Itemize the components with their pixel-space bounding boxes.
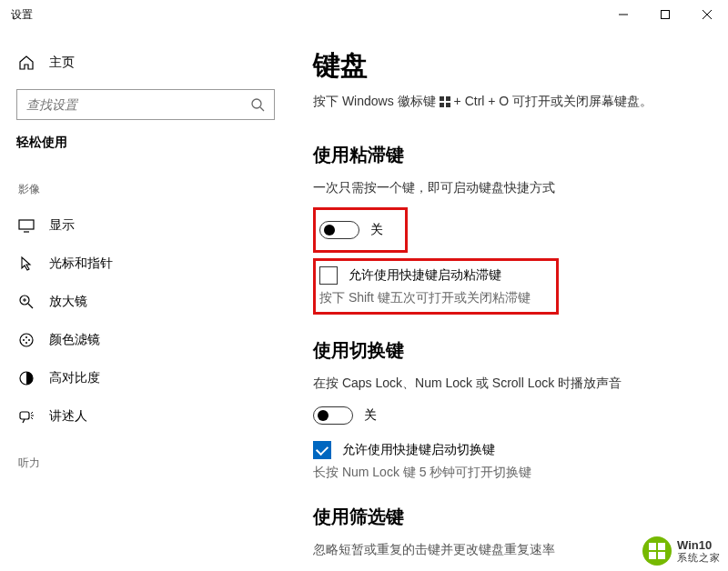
sticky-shortcut-label: 允许使用快捷键启动粘滞键: [349, 267, 501, 284]
svg-line-21: [31, 417, 33, 419]
cursor-icon: [18, 255, 35, 272]
svg-rect-18: [20, 412, 29, 419]
sticky-toggle-state: 关: [370, 222, 383, 238]
sidebar-item-label: 显示: [49, 217, 75, 234]
sidebar-item-label: 颜色滤镜: [49, 332, 100, 348]
sticky-shortcut-hint: 按下 Shift 键五次可打开或关闭粘滞键: [319, 290, 531, 306]
home-link[interactable]: 主页: [0, 45, 291, 80]
sidebar-item-label: 光标和指针: [49, 255, 113, 272]
watermark-line2: 系统之家: [677, 552, 721, 563]
sidebar-item-colorfilter[interactable]: 颜色滤镜: [0, 321, 291, 359]
magnifier-icon: [18, 294, 35, 310]
maximize-button[interactable]: [644, 0, 686, 29]
svg-rect-29: [658, 552, 665, 559]
svg-point-15: [23, 339, 25, 341]
svg-rect-1: [662, 11, 670, 19]
colorfilter-icon: [18, 332, 35, 348]
contrast-icon: [18, 370, 35, 386]
keyboard-shortcut-note: 按下 Windows 徽标键 + Ctrl + O 可打开或关闭屏幕键盘。: [313, 94, 706, 110]
minimize-button[interactable]: [602, 0, 644, 29]
toggle-keys-desc: 在按 Caps Lock、Num Lock 或 Scroll Lock 时播放声…: [313, 376, 706, 392]
svg-rect-25: [446, 103, 450, 107]
highlight-box-2: 允许使用快捷键启动粘滞键 按下 Shift 键五次可打开或关闭粘滞键: [313, 258, 559, 315]
toggle-keys-shortcut-checkbox[interactable]: [313, 441, 331, 459]
toggle-keys-state: 关: [364, 407, 377, 424]
watermark: Win10 系统之家: [642, 536, 721, 566]
toggle-keys-toggle[interactable]: [313, 406, 353, 425]
page-title: 键盘: [313, 47, 706, 85]
display-icon: [18, 217, 35, 234]
svg-rect-22: [440, 96, 444, 101]
sidebar-item-label: 高对比度: [49, 370, 100, 386]
svg-rect-27: [658, 543, 665, 550]
svg-point-14: [28, 339, 30, 341]
filter-keys-title: 使用筛选键: [313, 505, 706, 529]
windows-logo-icon: [440, 96, 450, 107]
highlight-box-1: 关: [313, 207, 408, 253]
svg-line-5: [260, 107, 264, 111]
svg-point-12: [20, 334, 33, 346]
svg-line-19: [31, 412, 33, 414]
category-hearing: 听力: [0, 436, 291, 480]
toggle-keys-shortcut-label: 允许使用快捷键启动切换键: [342, 442, 495, 458]
svg-rect-24: [440, 103, 444, 107]
svg-rect-6: [19, 220, 34, 229]
svg-rect-23: [446, 96, 450, 101]
section-header: 轻松使用: [0, 135, 291, 162]
category-vision: 影像: [0, 162, 291, 206]
sidebar-item-label: 讲述人: [49, 408, 87, 425]
svg-point-4: [252, 99, 261, 108]
sidebar-item-contrast[interactable]: 高对比度: [0, 359, 291, 397]
sidebar-item-display[interactable]: 显示: [0, 206, 291, 245]
sidebar-item-magnifier[interactable]: 放大镜: [0, 283, 291, 321]
watermark-line1: Win10: [677, 539, 721, 552]
svg-rect-26: [649, 543, 656, 550]
search-input-container[interactable]: [16, 89, 275, 120]
svg-rect-28: [649, 552, 656, 559]
sidebar-item-label: 放大镜: [49, 294, 87, 310]
svg-point-13: [25, 336, 27, 338]
sticky-keys-desc: 一次只需按一个键，即可启动键盘快捷方式: [313, 180, 706, 196]
toggle-keys-title: 使用切换键: [313, 338, 706, 363]
narrator-icon: [18, 408, 35, 425]
svg-point-16: [25, 342, 27, 344]
search-icon: [250, 97, 265, 112]
sticky-keys-title: 使用粘滞键: [313, 143, 706, 167]
sidebar: 主页 轻松使用 影像 显示 光标和指针 放大镜: [0, 29, 291, 571]
sticky-keys-toggle[interactable]: [319, 221, 359, 239]
main-content: 键盘 按下 Windows 徽标键 + Ctrl + O 可打开或关闭屏幕键盘。…: [291, 29, 728, 571]
sidebar-item-cursor[interactable]: 光标和指针: [0, 245, 291, 283]
toggle-keys-hint: 长按 Num Lock 键 5 秒钟可打开切换键: [313, 465, 706, 481]
sidebar-item-narrator[interactable]: 讲述人: [0, 397, 291, 436]
watermark-logo-icon: [642, 536, 672, 566]
sticky-shortcut-checkbox[interactable]: [319, 266, 338, 285]
home-icon: [18, 55, 35, 71]
window-title: 设置: [11, 7, 33, 23]
home-label: 主页: [49, 55, 75, 71]
search-input[interactable]: [26, 97, 250, 112]
close-button[interactable]: [686, 0, 728, 29]
svg-line-9: [28, 304, 33, 308]
